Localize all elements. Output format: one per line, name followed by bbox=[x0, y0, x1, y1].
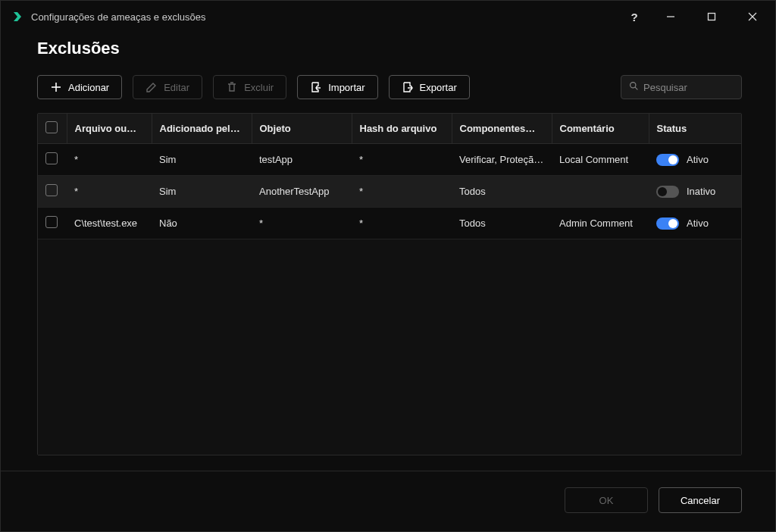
col-object[interactable]: Objeto bbox=[252, 114, 352, 144]
cell-file: * bbox=[67, 144, 152, 176]
row-checkbox[interactable] bbox=[45, 152, 58, 164]
col-comment[interactable]: Comentário bbox=[552, 114, 649, 144]
svg-point-6 bbox=[630, 83, 636, 88]
cell-hash: * bbox=[352, 208, 452, 239]
add-button-label: Adicionar bbox=[68, 82, 109, 93]
cell-file: C\test\test.exe bbox=[67, 208, 152, 239]
status-label: Inativo bbox=[687, 186, 715, 197]
close-button[interactable] bbox=[736, 5, 769, 29]
cell-hash: * bbox=[352, 144, 452, 176]
add-button[interactable]: Adicionar bbox=[37, 75, 122, 99]
export-icon bbox=[402, 81, 414, 93]
svg-rect-1 bbox=[709, 14, 715, 20]
cell-object: * bbox=[252, 208, 352, 239]
pencil-icon bbox=[146, 81, 158, 93]
status-toggle[interactable] bbox=[656, 217, 679, 230]
col-hash[interactable]: Hash do arquivo bbox=[352, 114, 452, 144]
plus-icon bbox=[50, 81, 62, 93]
delete-button[interactable]: Excluir bbox=[213, 75, 286, 99]
table-row[interactable]: *SimtestApp*Verificar, Proteçã…Local Com… bbox=[38, 144, 741, 176]
trash-icon bbox=[226, 81, 238, 93]
ok-button[interactable]: OK bbox=[565, 487, 648, 513]
export-button[interactable]: Exportar bbox=[389, 75, 470, 99]
dialog-footer: OK Cancelar bbox=[1, 471, 775, 531]
table-row[interactable]: *SimAnotherTestApp*TodosInativo bbox=[38, 176, 741, 208]
cell-comment: Admin Comment bbox=[552, 208, 649, 239]
content-area: Exclusões Adicionar Editar Excluir bbox=[1, 33, 775, 455]
cell-components: Verificar, Proteçã… bbox=[452, 144, 552, 176]
table-row[interactable]: C\test\test.exeNão**TodosAdmin CommentAt… bbox=[38, 208, 741, 239]
col-status[interactable]: Status bbox=[649, 114, 741, 144]
table-header-row: Arquivo ou… Adicionado pel… Objeto Hash … bbox=[38, 114, 741, 144]
row-checkbox[interactable] bbox=[45, 216, 58, 228]
cell-comment: Local Comment bbox=[552, 144, 649, 176]
exclusions-table: Arquivo ou… Adicionado pel… Objeto Hash … bbox=[37, 113, 742, 455]
toolbar: Adicionar Editar Excluir Importar bbox=[37, 75, 742, 99]
status-toggle[interactable] bbox=[656, 186, 679, 198]
status-label: Ativo bbox=[687, 154, 709, 165]
status-label: Ativo bbox=[687, 217, 709, 229]
import-button[interactable]: Importar bbox=[297, 75, 377, 99]
edit-button-label: Editar bbox=[164, 82, 189, 93]
col-added[interactable]: Adicionado pel… bbox=[152, 114, 252, 144]
page-title: Exclusões bbox=[37, 39, 742, 58]
window-title: Configurações de ameaças e exclusões bbox=[31, 11, 206, 23]
search-box[interactable] bbox=[621, 75, 742, 99]
cell-object: AnotherTestApp bbox=[252, 176, 352, 208]
search-icon bbox=[629, 81, 639, 93]
cell-comment bbox=[552, 176, 649, 208]
cancel-button[interactable]: Cancelar bbox=[659, 487, 742, 513]
select-all-checkbox[interactable] bbox=[45, 121, 58, 133]
col-components[interactable]: Componentes… bbox=[452, 114, 552, 144]
cell-components: Todos bbox=[452, 176, 552, 208]
cell-hash: * bbox=[352, 176, 452, 208]
cell-added: Sim bbox=[152, 176, 252, 208]
cell-status: Ativo bbox=[649, 208, 741, 239]
cell-added: Não bbox=[152, 208, 252, 239]
titlebar: Configurações de ameaças e exclusões ? bbox=[1, 1, 775, 33]
search-input[interactable] bbox=[643, 82, 734, 93]
import-button-label: Importar bbox=[328, 82, 365, 93]
status-toggle[interactable] bbox=[656, 154, 679, 166]
cell-object: testApp bbox=[252, 144, 352, 176]
svg-line-7 bbox=[635, 87, 637, 89]
col-file[interactable]: Arquivo ou… bbox=[67, 114, 152, 144]
cell-components: Todos bbox=[452, 208, 552, 239]
app-logo-icon bbox=[11, 11, 23, 23]
cell-file: * bbox=[67, 176, 152, 208]
export-button-label: Exportar bbox=[420, 82, 457, 93]
cell-status: Ativo bbox=[649, 144, 741, 176]
cell-added: Sim bbox=[152, 144, 252, 176]
row-checkbox[interactable] bbox=[45, 184, 58, 196]
maximize-button[interactable] bbox=[695, 5, 728, 29]
app-window: Configurações de ameaças e exclusões ? E… bbox=[0, 0, 776, 532]
delete-button-label: Excluir bbox=[244, 82, 274, 93]
table-empty-area bbox=[38, 239, 741, 455]
minimize-button[interactable] bbox=[654, 5, 687, 29]
cell-status: Inativo bbox=[649, 176, 741, 208]
edit-button[interactable]: Editar bbox=[133, 75, 202, 99]
help-button[interactable]: ? bbox=[622, 5, 646, 29]
import-icon bbox=[310, 81, 322, 93]
